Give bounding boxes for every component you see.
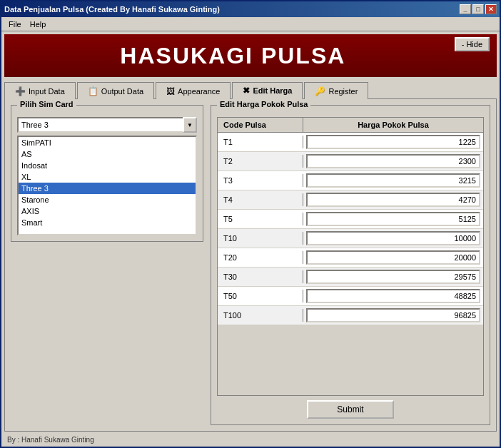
table-header: Code Pulsa Harga Pokok Pulsa: [217, 117, 484, 132]
submit-row: Submit: [217, 400, 484, 419]
sim-card-combo-container: ▼: [17, 117, 197, 133]
table-row: T30: [218, 268, 483, 287]
right-panel: Edit Harga Pokok Pulsa Code Pulsa Harga …: [211, 105, 490, 425]
tab-appearance[interactable]: 🖼 Appearance: [156, 82, 231, 99]
price-input[interactable]: [306, 212, 480, 226]
maximize-button[interactable]: □: [472, 4, 484, 14]
table-row: T2: [218, 152, 483, 171]
title-bar: Data Penjualan Pulsa (Created By Hanafi …: [1, 1, 500, 17]
cell-code: T100: [218, 309, 303, 322]
cell-price: [303, 306, 483, 325]
table-row: T10: [218, 229, 483, 248]
price-input[interactable]: [306, 308, 480, 322]
price-input[interactable]: [306, 270, 480, 284]
cell-price: [303, 152, 483, 170]
price-input[interactable]: [306, 250, 480, 265]
price-input[interactable]: [306, 135, 480, 149]
footer-text: By : Hanafi Sukawa Ginting: [7, 436, 94, 444]
list-item[interactable]: Indosat: [19, 160, 196, 171]
cell-code: T50: [218, 290, 303, 302]
price-input[interactable]: [306, 289, 480, 303]
minimize-button[interactable]: _: [460, 4, 471, 14]
price-table: Code Pulsa Harga Pokok Pulsa T1T2T3T4T5T…: [217, 117, 484, 396]
table-row: T3: [218, 171, 483, 190]
list-item[interactable]: Smart: [19, 217, 196, 228]
tab-register-label: Register: [328, 87, 358, 96]
cell-code: T3: [218, 174, 303, 187]
price-input[interactable]: [306, 193, 480, 207]
sim-card-dropdown[interactable]: SimPATI AS Indosat XL Three 3 Starone AX…: [17, 136, 197, 235]
table-body: T1T2T3T4T5T10T20T30T50T100: [217, 132, 484, 396]
list-item[interactable]: AXIS: [19, 205, 196, 217]
main-window: Data Penjualan Pulsa (Created By Hanafi …: [0, 0, 501, 448]
table-row: T50: [218, 287, 483, 306]
tab-output-data[interactable]: 📋 Output Data: [77, 82, 154, 99]
tab-edit-harga-label: Edit Harga: [253, 86, 292, 95]
menu-file[interactable]: File: [4, 19, 26, 30]
output-data-icon: 📋: [88, 86, 98, 96]
column-header-code: Code Pulsa: [218, 118, 303, 132]
tab-output-data-label: Output Data: [101, 87, 143, 96]
cell-price: [303, 210, 483, 228]
list-item[interactable]: XL: [19, 171, 196, 183]
table-row: T20: [218, 248, 483, 268]
edit-harga-icon: ✖: [243, 86, 250, 96]
tabs-bar: ➕ Input Data 📋 Output Data 🖼 Appearance …: [1, 81, 500, 98]
price-input[interactable]: [306, 154, 480, 168]
cell-code: T2: [218, 155, 303, 168]
cell-code: T5: [218, 213, 303, 225]
table-row: T4: [218, 190, 483, 210]
left-panel: Pilih Sim Card ▼ SimPATI AS Indosat XL T…: [11, 105, 203, 425]
table-row: T100: [218, 306, 483, 325]
cell-code: T10: [218, 232, 303, 245]
appearance-icon: 🖼: [166, 86, 175, 96]
input-data-icon: ➕: [15, 86, 26, 96]
tab-edit-harga[interactable]: ✖ Edit Harga: [232, 82, 303, 99]
header-banner: HASUKAGI PULSA - Hide: [4, 34, 497, 77]
cell-price: [303, 287, 483, 305]
cell-price: [303, 171, 483, 190]
close-button[interactable]: ✕: [485, 4, 497, 14]
cell-price: [303, 248, 483, 267]
header-title: HASUKAGI PULSA: [11, 43, 455, 69]
cell-code: T4: [218, 193, 303, 206]
tab-input-data[interactable]: ➕ Input Data: [4, 82, 76, 99]
submit-button[interactable]: Submit: [307, 400, 393, 419]
cell-price: [303, 268, 483, 286]
menu-help[interactable]: Help: [26, 19, 51, 30]
price-input[interactable]: [306, 173, 480, 188]
menu-bar: File Help: [1, 17, 500, 31]
register-icon: 🔑: [315, 86, 325, 96]
list-item[interactable]: Starone: [19, 194, 196, 205]
tab-appearance-label: Appearance: [178, 87, 220, 96]
footer: By : Hanafi Sukawa Ginting: [1, 434, 500, 447]
window-title: Data Penjualan Pulsa (Created By Hanafi …: [4, 5, 220, 14]
column-header-price: Harga Pokok Pulsa: [303, 118, 483, 132]
title-bar-buttons: _ □ ✕: [460, 4, 497, 14]
content-area: Pilih Sim Card ▼ SimPATI AS Indosat XL T…: [4, 98, 497, 432]
cell-code: T30: [218, 270, 303, 283]
hide-button[interactable]: - Hide: [455, 37, 490, 51]
table-row: T5: [218, 210, 483, 229]
price-edit-group-title: Edit Harga Pokok Pulsa: [217, 100, 310, 108]
cell-price: [303, 190, 483, 209]
sim-card-group: Pilih Sim Card ▼ SimPATI AS Indosat XL T…: [11, 105, 203, 242]
price-edit-group: Edit Harga Pokok Pulsa Code Pulsa Harga …: [211, 105, 490, 425]
tab-input-data-label: Input Data: [29, 87, 65, 96]
sim-card-group-title: Pilih Sim Card: [17, 100, 76, 108]
cell-code: T20: [218, 251, 303, 264]
sim-card-input[interactable]: [17, 117, 197, 133]
price-input[interactable]: [306, 231, 480, 245]
list-item[interactable]: AS: [19, 148, 196, 160]
cell-code: T1: [218, 136, 303, 148]
table-row: T1: [218, 133, 483, 152]
list-item-selected[interactable]: Three 3: [19, 183, 196, 194]
list-item[interactable]: SimPATI: [19, 137, 196, 148]
tab-register[interactable]: 🔑 Register: [304, 82, 368, 99]
cell-price: [303, 133, 483, 151]
cell-price: [303, 229, 483, 248]
